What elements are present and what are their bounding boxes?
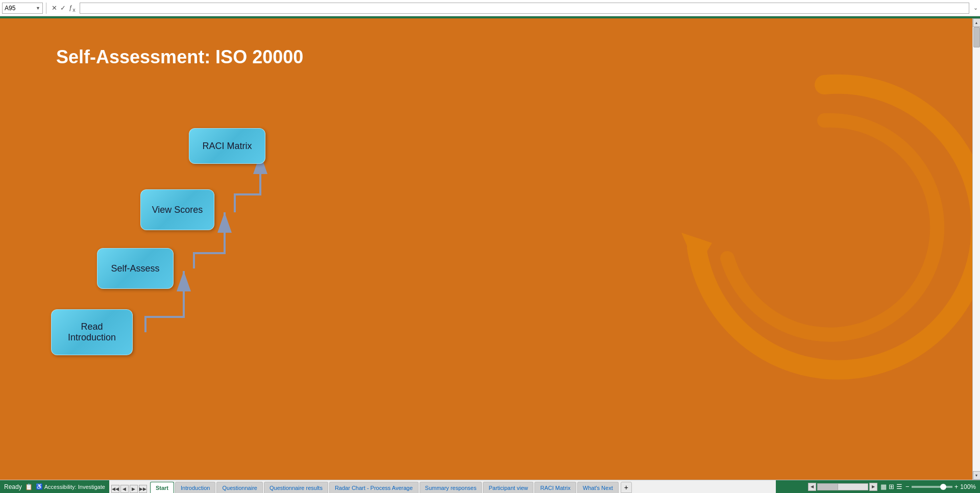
scroll-up-button[interactable]: ▲: [973, 18, 981, 27]
formula-divider: [46, 3, 46, 14]
formula-input[interactable]: [80, 3, 969, 14]
raci-matrix-label: RACI Matrix: [202, 141, 252, 152]
accessibility-button[interactable]: ♿ Accessibility: Investigate: [36, 483, 105, 490]
view-scores-label: View Scores: [152, 205, 203, 215]
vertical-scrollbar[interactable]: ▲ ▼: [972, 18, 980, 480]
view-scores-button[interactable]: View Scores: [140, 189, 214, 230]
tab-last-button[interactable]: ▶▶: [139, 485, 147, 493]
accessibility-icon: ♿: [36, 483, 43, 490]
scrollbar-thumb[interactable]: [973, 27, 980, 47]
scroll-thumb[interactable]: [818, 484, 838, 490]
scroll-right-button[interactable]: ▶: [869, 483, 877, 491]
cancel-formula-icon[interactable]: ✕: [52, 4, 57, 12]
tab-questionnaire-results[interactable]: Questionnaire results: [264, 482, 328, 493]
tab-raci-matrix[interactable]: RACI Matrix: [534, 482, 576, 493]
tab-whats-next[interactable]: What's Next: [577, 482, 619, 493]
main-area: Self-Assessment: ISO 20000 R: [0, 18, 980, 480]
zoom-out-icon[interactable]: −: [905, 483, 910, 490]
cell-ref-dropdown-icon: ▼: [36, 6, 40, 11]
formula-bar-area: A95 ▼ ✕ ✓ ƒx ⌄: [0, 0, 980, 16]
confirm-formula-icon[interactable]: ✓: [60, 4, 66, 12]
tab-next-button[interactable]: ▶: [130, 485, 138, 493]
cell-reference: A95: [5, 5, 15, 12]
right-controls: ◀ ▶ ▦ ⊞ ☰ − + 100%: [776, 480, 980, 493]
tab-questionnaire-results-label: Questionnaire results: [270, 485, 323, 491]
zoom-in-icon[interactable]: +: [954, 483, 959, 490]
normal-view-icon[interactable]: ▦: [880, 483, 887, 490]
self-assess-label: Self-Assess: [111, 263, 159, 274]
tab-summary-responses-label: Summary responses: [425, 485, 477, 491]
flow-diagram: ReadIntroduction Self-Assess View Scores…: [41, 115, 286, 381]
zoom-slider-thumb[interactable]: [940, 484, 946, 490]
scroll-track: [817, 483, 868, 490]
accessibility-text: Accessibility: Investigate: [44, 484, 105, 490]
background-decoration: [646, 44, 972, 401]
tab-whats-next-label: What's Next: [583, 485, 613, 491]
bottom-bar: Ready 📋 ♿ Accessibility: Investigate ◀◀ …: [0, 480, 980, 493]
view-mode-icons: ▦ ⊞ ☰: [880, 483, 902, 490]
tab-navigation: ◀◀ ◀ ▶ ▶▶: [111, 485, 147, 493]
scroll-left-button[interactable]: ◀: [808, 483, 816, 491]
tab-prev-button[interactable]: ◀: [120, 485, 129, 493]
tab-introduction[interactable]: Introduction: [175, 482, 215, 493]
scroll-down-button[interactable]: ▼: [973, 471, 981, 480]
zoom-controls: − + 100%: [905, 483, 976, 490]
canvas-area: Self-Assessment: ISO 20000 R: [0, 18, 972, 480]
tab-raci-matrix-label: RACI Matrix: [540, 485, 570, 491]
zoom-slider[interactable]: [912, 486, 952, 488]
tab-first-button[interactable]: ◀◀: [111, 485, 119, 493]
page-break-icon[interactable]: ☰: [896, 483, 902, 490]
sheet-tabs-row: ◀◀ ◀ ▶ ▶▶ Start Introduction Questionnai…: [109, 480, 776, 493]
read-introduction-button[interactable]: ReadIntroduction: [51, 309, 133, 355]
add-sheet-button[interactable]: +: [621, 482, 632, 493]
cell-reference-box[interactable]: A95 ▼: [2, 3, 43, 14]
insert-function-icon[interactable]: ƒx: [69, 4, 76, 13]
tab-summary-responses[interactable]: Summary responses: [420, 482, 482, 493]
tab-start-label: Start: [156, 485, 168, 491]
tab-radar-chart[interactable]: Radar Chart - Process Average: [329, 482, 419, 493]
read-introduction-label: ReadIntroduction: [68, 322, 116, 343]
tab-radar-chart-label: Radar Chart - Process Average: [335, 485, 413, 491]
formula-expand-icon[interactable]: ⌄: [973, 5, 978, 11]
status-area: Ready 📋 ♿ Accessibility: Investigate: [0, 480, 109, 493]
raci-matrix-button[interactable]: RACI Matrix: [189, 128, 265, 164]
tab-questionnaire[interactable]: Questionnaire: [216, 482, 263, 493]
tab-questionnaire-label: Questionnaire: [222, 485, 257, 491]
horizontal-scrollbar[interactable]: ◀ ▶: [808, 483, 877, 491]
tab-introduction-label: Introduction: [181, 485, 210, 491]
tab-participant-view[interactable]: Participant view: [483, 482, 533, 493]
self-assess-button[interactable]: Self-Assess: [97, 248, 174, 289]
scrollbar-track: [973, 27, 981, 471]
tab-participant-view-label: Participant view: [488, 485, 528, 491]
tab-start[interactable]: Start: [150, 482, 174, 493]
ready-status: Ready: [4, 483, 22, 490]
formula-icons-group: ✕ ✓ ƒx: [52, 4, 76, 13]
page-title: Self-Assessment: ISO 20000: [56, 46, 303, 68]
cell-mode-icon: 📋: [25, 483, 33, 490]
page-layout-icon[interactable]: ⊞: [889, 483, 894, 490]
zoom-level: 100%: [960, 483, 976, 490]
